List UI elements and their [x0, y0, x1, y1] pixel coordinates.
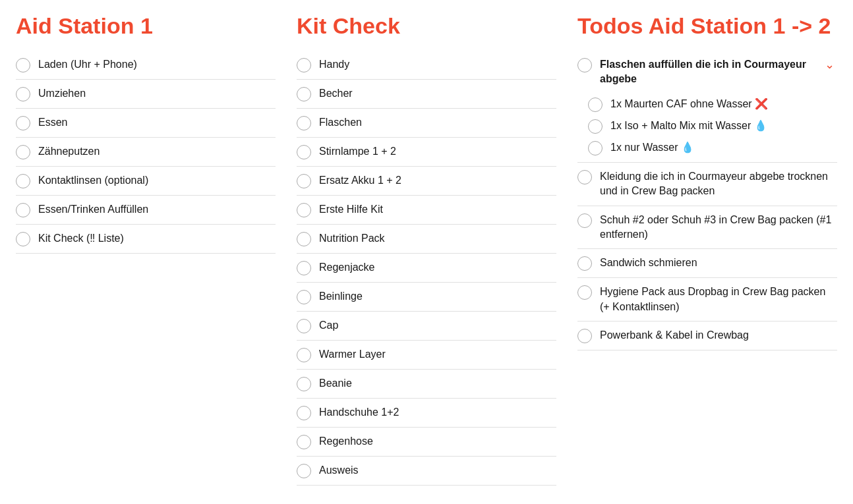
list-item: Umziehen — [16, 80, 276, 109]
checkbox[interactable] — [297, 87, 311, 101]
list-item: Kontaktlinsen (optional) — [16, 167, 276, 196]
checkbox[interactable] — [297, 435, 311, 449]
list-item: Cap — [297, 312, 556, 341]
item-label: Essen/Trinken Auffüllen — [38, 202, 148, 217]
page-layout: Aid Station 1 Laden (Uhr + Phone) Umzieh… — [16, 13, 837, 486]
list-item: Beinlinge — [297, 283, 556, 312]
list-item: Kleidung die ich in Courmayeur abgebe tr… — [577, 163, 837, 206]
aid-station-column: Aid Station 1 Laden (Uhr + Phone) Umzieh… — [16, 13, 297, 486]
checkbox[interactable] — [588, 98, 603, 112]
sub-items-list: 1x Maurten CAF ohne Wasser ❌ 1x Iso + Ma… — [577, 94, 837, 162]
checkbox[interactable] — [297, 116, 311, 130]
checkbox[interactable] — [297, 377, 311, 391]
item-label: Warmer Layer — [319, 347, 386, 362]
item-label: Erste Hilfe Kit — [319, 202, 383, 217]
item-label: Nutrition Pack — [319, 231, 385, 246]
list-item: Ersatz Akku 1 + 2 — [297, 167, 556, 196]
list-item: Stirnlampe 1 + 2 — [297, 138, 556, 167]
checkbox[interactable] — [297, 58, 311, 72]
sub-list-item: 1x Iso + Malto Mix mit Wasser 💧 — [588, 115, 837, 137]
checkbox[interactable] — [297, 203, 311, 217]
item-label: Zähneputzen — [38, 144, 100, 159]
checkbox[interactable] — [16, 203, 30, 217]
list-item: Hygiene Pack aus Dropbag in Crew Bag pac… — [577, 278, 837, 322]
checkbox[interactable] — [16, 58, 30, 72]
item-label: Ersatz Akku 1 + 2 — [319, 173, 401, 188]
aid-station-title: Aid Station 1 — [16, 13, 276, 39]
expanded-list-item: Flaschen auffüllen die ich in Courmayeur… — [577, 51, 837, 163]
checkbox[interactable] — [577, 329, 592, 343]
checkbox[interactable] — [297, 145, 311, 159]
item-label: Stirnlampe 1 + 2 — [319, 144, 396, 159]
kit-check-list: Handy Becher Flaschen Stirnlampe 1 + 2 E… — [297, 51, 556, 486]
checkbox[interactable] — [16, 232, 30, 246]
list-item: Essen/Trinken Auffüllen — [16, 196, 276, 225]
checkbox[interactable] — [297, 406, 311, 420]
list-item: Sandwich schmieren — [577, 249, 837, 278]
list-item: Warmer Layer — [297, 341, 556, 370]
item-label: Powerbank & Kabel in Crewbag — [600, 328, 749, 343]
checkbox[interactable] — [16, 116, 30, 130]
checkbox[interactable] — [16, 145, 30, 159]
item-label: Cap — [319, 318, 338, 333]
list-item: Laden (Uhr + Phone) — [16, 51, 276, 80]
checkbox[interactable] — [297, 174, 311, 188]
item-label: Hygiene Pack aus Dropbag in Crew Bag pac… — [600, 285, 837, 314]
item-label: Schuh #2 oder Schuh #3 in Crew Bag packe… — [600, 213, 837, 242]
list-item: Ausweis — [297, 457, 556, 486]
todos-column: Todos Aid Station 1 -> 2 Flaschen auffül… — [577, 13, 837, 486]
item-label: Becher — [319, 86, 353, 101]
item-label: Laden (Uhr + Phone) — [38, 57, 137, 72]
item-label: Beanie — [319, 376, 352, 391]
item-label: Kontaktlinsen (optional) — [38, 173, 148, 188]
list-item: Regenhose — [297, 428, 556, 457]
checkbox[interactable] — [16, 174, 30, 188]
checkbox[interactable] — [588, 141, 603, 155]
checkbox[interactable] — [577, 170, 592, 184]
item-label: Handy — [319, 57, 349, 72]
list-item: Powerbank & Kabel in Crewbag — [577, 322, 837, 350]
list-item: Beanie — [297, 370, 556, 399]
item-label: Flaschen — [319, 115, 362, 130]
item-label: Essen — [38, 115, 67, 130]
checkbox[interactable] — [16, 87, 30, 101]
item-label: 1x nur Wasser 💧 — [610, 140, 694, 155]
kit-check-column: Kit Check Handy Becher Flaschen Stirnlam… — [297, 13, 577, 486]
todos-title: Todos Aid Station 1 -> 2 — [577, 13, 837, 39]
item-label: Regenhose — [319, 434, 373, 449]
checkbox[interactable] — [297, 261, 311, 275]
list-item: Flaschen — [297, 109, 556, 138]
checkbox[interactable] — [297, 348, 311, 362]
list-item: Essen — [16, 109, 276, 138]
chevron-down-icon[interactable]: ⌄ — [825, 57, 835, 72]
checkbox[interactable] — [297, 464, 311, 478]
checkbox[interactable] — [577, 285, 592, 300]
sub-list-item: 1x Maurten CAF ohne Wasser ❌ — [588, 94, 837, 115]
list-item: Kit Check (‼ Liste) — [16, 225, 276, 254]
item-label: Kit Check (‼ Liste) — [38, 231, 124, 246]
list-item: Handy — [297, 51, 556, 80]
item-label: 1x Maurten CAF ohne Wasser ❌ — [610, 97, 768, 111]
list-item: Zähneputzen — [16, 138, 276, 167]
checkbox[interactable] — [577, 213, 592, 228]
list-item: Schuh #2 oder Schuh #3 in Crew Bag packe… — [577, 206, 837, 250]
sub-list-item: 1x nur Wasser 💧 — [588, 137, 837, 162]
kit-check-title: Kit Check — [297, 13, 556, 39]
item-label: 1x Iso + Malto Mix mit Wasser 💧 — [610, 119, 767, 133]
list-item: Handschuhe 1+2 — [297, 399, 556, 428]
checkbox[interactable] — [297, 232, 311, 246]
expanded-item-label: Flaschen auffüllen die ich in Courmayeur… — [600, 57, 837, 87]
item-label: Beinlinge — [319, 289, 363, 304]
checkbox[interactable] — [297, 290, 311, 304]
checkbox[interactable] — [577, 256, 592, 271]
aid-station-list: Laden (Uhr + Phone) Umziehen Essen Zähne… — [16, 51, 276, 254]
checkbox[interactable] — [577, 58, 592, 72]
checkbox[interactable] — [297, 319, 311, 333]
list-item: Regenjacke — [297, 254, 556, 283]
list-item: Nutrition Pack — [297, 225, 556, 254]
item-label: Handschuhe 1+2 — [319, 405, 399, 420]
item-label: Umziehen — [38, 86, 86, 101]
todos-list: Flaschen auffüllen die ich in Courmayeur… — [577, 51, 837, 350]
checkbox[interactable] — [588, 119, 603, 134]
item-label: Regenjacke — [319, 260, 375, 275]
